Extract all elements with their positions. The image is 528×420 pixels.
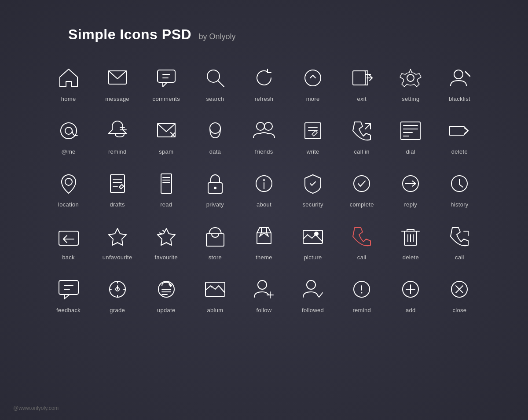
svg-point-87 [211,286,213,287]
icon-setting[interactable]: setting [386,60,435,104]
icon-location[interactable]: location [44,166,93,210]
icons-grid: home message comments search refresh mor… [0,60,528,316]
icon-drafts[interactable]: drafts [93,166,142,210]
svg-point-23 [257,122,264,130]
svg-point-94 [361,292,363,294]
svg-line-61 [159,233,162,234]
icon-message[interactable]: message [93,60,142,104]
svg-marker-58 [109,228,126,245]
icon-about[interactable]: about [239,166,288,210]
icon-close[interactable]: close [435,272,484,316]
svg-rect-72 [59,280,78,295]
svg-point-24 [264,122,272,130]
icon-unfavourite[interactable]: unfavourite [93,219,142,263]
icon-back[interactable]: back [44,219,93,263]
footer-text: @www.onlyoly.com [13,405,59,411]
svg-rect-37 [110,175,125,192]
svg-line-28 [365,124,370,129]
svg-rect-33 [401,122,420,140]
svg-point-36 [65,178,72,185]
header: Simple Icons PSD by Onlyoly [0,0,528,60]
icon-store[interactable]: store [191,219,239,263]
icon-picture[interactable]: picture [289,219,337,263]
icon-friends[interactable]: friends [239,113,288,157]
svg-point-88 [258,280,267,289]
icon-call-red[interactable]: call [337,219,386,263]
icon-data[interactable]: data [191,113,239,157]
icon-history[interactable]: history [435,166,484,210]
icon-write[interactable]: write [289,113,337,157]
svg-point-52 [354,176,370,192]
icon-complete[interactable]: complete [337,166,386,210]
svg-point-11 [407,74,414,81]
icon-theme[interactable]: theme [239,219,288,263]
icon-privaty[interactable]: privaty [191,166,239,210]
icon-comments[interactable]: comments [142,60,191,104]
icon-remind2[interactable]: remind [337,272,386,316]
svg-point-46 [214,187,216,189]
icon-more[interactable]: more [289,60,337,104]
icon-call2[interactable]: call [435,219,484,263]
icon-call-in[interactable]: call in [337,113,386,157]
icon-refresh[interactable]: refresh [239,60,288,104]
icon-follow[interactable]: follow [239,272,288,316]
svg-rect-62 [206,234,224,246]
icon-reply[interactable]: reply [386,166,435,210]
svg-rect-41 [161,174,172,193]
icon-remind[interactable]: remind [93,113,142,157]
svg-point-14 [61,123,77,139]
icon-search[interactable]: search [191,60,239,104]
icon-followed[interactable]: followed [289,272,337,316]
icon-read[interactable]: read [142,166,191,210]
svg-point-15 [65,127,72,134]
svg-rect-1 [158,70,175,82]
page-title: Simple Icons PSD [68,26,191,42]
svg-point-6 [305,70,321,86]
icon-spam[interactable]: spam [142,113,191,157]
svg-marker-59 [158,228,175,245]
icon-favourite[interactable]: favourite [142,219,191,263]
icon-grade[interactable]: grade [93,272,142,316]
svg-line-51 [312,182,315,185]
icon-update[interactable]: update [142,272,191,316]
svg-line-5 [218,81,224,87]
icon-home[interactable]: home [44,60,93,104]
icon-ablum[interactable]: ablum [191,272,239,316]
icon-delete1[interactable]: delete [435,113,484,157]
svg-line-13 [466,72,470,76]
svg-rect-56 [59,231,78,245]
svg-line-60 [163,230,165,232]
icon-add[interactable]: add [386,272,435,316]
icon-security[interactable]: security [289,166,337,210]
icon-exit[interactable]: exit [337,60,386,104]
svg-rect-7 [353,71,365,85]
icon-delete2[interactable]: delete [386,219,435,263]
page-subtitle: by Onlyoly [199,32,236,41]
svg-point-49 [263,179,265,181]
icon-blacklist[interactable]: blacklist [435,60,484,104]
icon-feedback[interactable]: feedback [44,272,93,316]
svg-point-91 [307,280,315,289]
svg-point-12 [454,70,463,79]
svg-point-22 [210,123,220,133]
icon-dial[interactable]: dial [386,113,435,157]
icon-at-me[interactable]: @me [44,113,93,157]
